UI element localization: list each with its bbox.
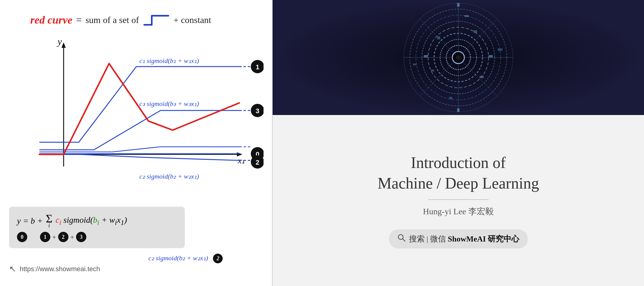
right-panel: Introduction of Machine / Deep Learning …: [273, 0, 644, 286]
chart-area: y x₁ 1: [9, 36, 264, 206]
svg-text:2: 2: [256, 159, 259, 166]
url-text: https://www.showmeai.tech: [20, 265, 100, 273]
sum-text: sum of a set of: [85, 15, 139, 25]
url-area: ↖ https://www.showmeai.tech: [9, 264, 100, 274]
intro-title: Introduction of Machine / Deep Learning: [378, 153, 539, 193]
formula-y-equals: y = b +: [17, 216, 43, 226]
plus-2: +: [70, 233, 75, 241]
formula-box-content: y = b + Σ i ci sigmoid(bi + wix1): [17, 213, 177, 229]
sum-symbol: Σ i: [46, 213, 52, 229]
badge-2-annotation: 2: [213, 254, 223, 263]
search-bar[interactable]: 搜索 | 微信 ShowMeAI 研究中心: [389, 229, 528, 248]
formula-box-badges: 0 1 + 2 + 3: [17, 232, 177, 242]
svg-rect-49: [498, 48, 503, 51]
left-panel: red curve = sum of a set of + constant y…: [0, 0, 273, 286]
step-function-icon: [143, 12, 170, 28]
badge-1-formula: 1: [40, 232, 50, 242]
ci-formula: ci sigmoid(bi + wix1): [55, 215, 127, 227]
badge-0-formula: 0: [17, 232, 27, 242]
tech-image-svg: [273, 0, 644, 115]
search-icon: [397, 234, 406, 244]
plus-1: +: [52, 233, 56, 241]
svg-line-54: [403, 239, 405, 241]
svg-rect-42: [457, 108, 460, 112]
svg-point-44: [456, 55, 461, 60]
badge-2-formula: 2: [58, 232, 68, 242]
main-chart-svg: y x₁ 1: [9, 36, 264, 206]
svg-rect-48: [437, 36, 440, 39]
svg-rect-51: [449, 97, 452, 99]
svg-text:1: 1: [256, 63, 259, 71]
equals-sign: =: [76, 14, 82, 26]
svg-rect-46: [431, 70, 434, 71]
search-text: 搜索 | 微信 ShowMeAI 研究中心: [409, 234, 520, 244]
tech-image: [273, 0, 644, 115]
cursor-icon: ↖: [9, 264, 16, 274]
svg-text:c₂ sigmoid(b₂ + w₂x₁): c₂ sigmoid(b₂ + w₂x₁): [139, 173, 199, 180]
svg-rect-39: [457, 3, 460, 7]
red-curve-label: red curve: [30, 14, 72, 26]
top-formula: red curve = sum of a set of + constant: [30, 12, 211, 28]
svg-text:y: y: [57, 36, 62, 47]
plus-constant-text: + constant: [174, 15, 211, 25]
svg-text:c₁ sigmoid(b₁ + w₁x₁): c₁ sigmoid(b₁ + w₁x₁): [139, 57, 199, 64]
right-text-area: Introduction of Machine / Deep Learning …: [273, 115, 644, 286]
badge-3-formula: 3: [76, 232, 86, 242]
svg-rect-41: [424, 55, 428, 58]
c2-sigmoid-annotation: c₂ sigmoid(b₂ + w₂x₁) 2: [148, 254, 223, 263]
svg-rect-40: [489, 55, 493, 58]
svg-rect-47: [480, 76, 484, 78]
svg-rect-45: [473, 30, 477, 33]
formula-box: y = b + Σ i ci sigmoid(bi + wix1) 0 1 + …: [9, 207, 185, 248]
intro-divider: [428, 199, 489, 200]
svg-marker-1: [61, 42, 66, 48]
intro-author: Hung-yi Lee 李宏毅: [423, 206, 493, 217]
svg-text:3: 3: [256, 107, 259, 115]
svg-rect-52: [464, 15, 469, 17]
svg-text:c₃ sigmoid(b₃ + w₃x₁): c₃ sigmoid(b₃ + w₃x₁): [139, 100, 199, 107]
svg-rect-50: [413, 64, 417, 65]
